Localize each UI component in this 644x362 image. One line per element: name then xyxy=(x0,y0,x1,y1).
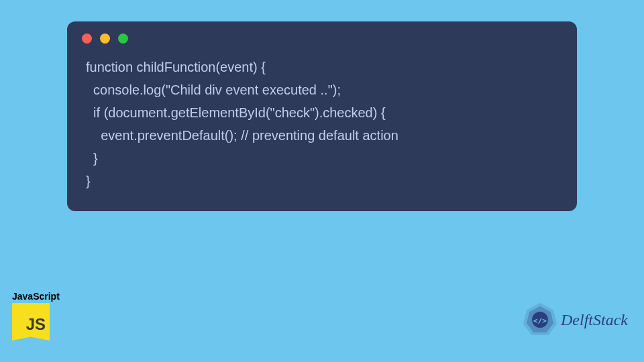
javascript-logo-icon: JS xyxy=(12,303,50,341)
code-line: if (document.getElementById("check").che… xyxy=(86,105,386,120)
javascript-label: JavaScript xyxy=(12,291,60,302)
code-line: } xyxy=(86,174,91,188)
code-block: function childFunction(event) { console.… xyxy=(67,21,577,211)
javascript-logo-text: JS xyxy=(26,315,46,334)
delftstack-logo-icon: </> xyxy=(522,302,558,338)
code-line: event.preventDefault(); // preventing de… xyxy=(86,128,398,143)
minimize-icon xyxy=(100,34,110,44)
maximize-icon xyxy=(118,34,128,44)
code-line: function childFunction(event) { xyxy=(86,60,266,74)
close-icon xyxy=(82,34,92,44)
delftstack-name: DelftStack xyxy=(561,311,628,329)
code-content: function childFunction(event) { console.… xyxy=(67,50,577,198)
code-line: console.log("Child div event executed ..… xyxy=(86,82,341,97)
javascript-badge: JavaScript JS xyxy=(12,291,60,341)
code-line: } xyxy=(86,151,98,166)
delftstack-brand: </> DelftStack xyxy=(522,302,628,338)
window-controls xyxy=(67,21,577,50)
svg-text:</>: </> xyxy=(533,316,547,325)
